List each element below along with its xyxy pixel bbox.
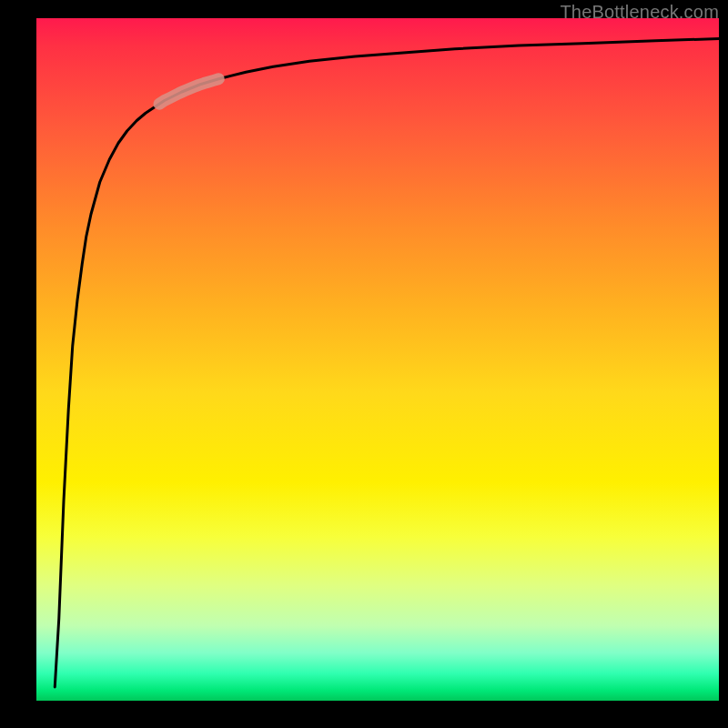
highlight-segment <box>159 79 218 105</box>
plot-area <box>36 18 719 701</box>
curve-layer <box>36 18 719 701</box>
bottleneck-curve <box>55 39 719 688</box>
attribution-text: TheBottleneck.com <box>560 2 719 23</box>
chart-container: TheBottleneck.com <box>0 0 728 728</box>
